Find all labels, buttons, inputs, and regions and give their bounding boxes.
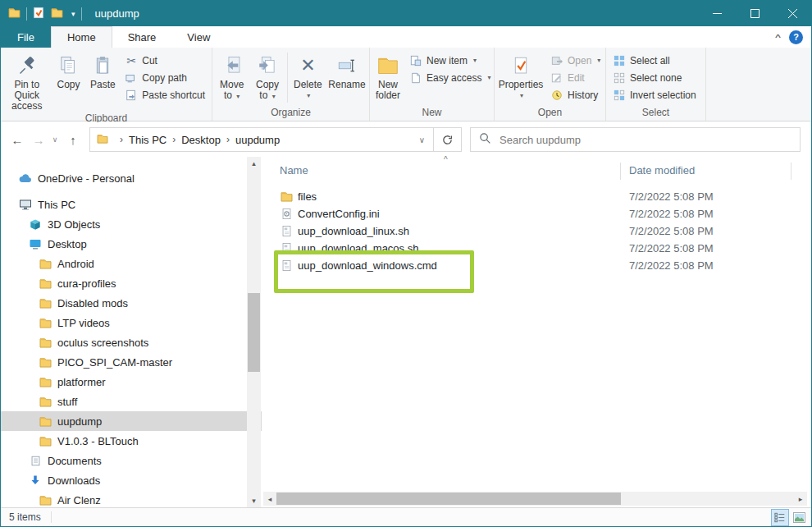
breadcrumb-item-uupdump[interactable]: uupdump — [235, 134, 280, 146]
tab-file[interactable]: File — [1, 26, 51, 48]
horizontal-scrollbar-thumb[interactable] — [276, 493, 621, 505]
ribbon-group-new: Newfolder New item ▾ Easy acces — [370, 48, 495, 121]
sidebar-item-this-pc[interactable]: This PC — [1, 195, 262, 214]
breadcrumb-item-desktop[interactable]: Desktop — [181, 134, 221, 146]
sidebar-item-ltp-videos[interactable]: LTP videos — [1, 313, 262, 332]
copy-button[interactable]: Copy — [52, 49, 86, 112]
search-box[interactable] — [470, 127, 801, 152]
sidebar-item-oculus-screenshots[interactable]: oculus screenshots — [1, 332, 262, 352]
folder-icon — [280, 190, 293, 204]
sidebar-item-documents[interactable]: Documents — [1, 451, 262, 470]
file-row-files[interactable]: files 7/2/2022 5:08 PM — [262, 188, 811, 205]
copy-path-button[interactable]: Copy path — [120, 69, 210, 86]
folder-icon — [39, 277, 52, 290]
horizontal-scrollbar[interactable]: ◂ ▸ — [263, 492, 807, 506]
column-header-name[interactable]: Name — [280, 164, 308, 176]
column-header-date-modified[interactable]: Date modified — [629, 164, 695, 176]
file-row-linux-sh[interactable]: uup_download_linux.sh 7/2/2022 5:08 PM — [262, 222, 811, 240]
dropdown-caret: ▾ — [473, 57, 477, 64]
paste-button[interactable]: Paste — [85, 49, 120, 112]
sidebar-scrollbar[interactable]: ▴ ▾ — [247, 157, 261, 507]
up-arrow-icon[interactable]: ↑ — [62, 133, 84, 147]
easy-access-button[interactable]: Easy access ▾ — [404, 69, 495, 86]
select-all-button[interactable]: Select all — [608, 52, 701, 69]
sidebar-item-stuff[interactable]: stuff — [1, 392, 262, 411]
invert-selection-button[interactable]: Invert selection — [608, 86, 701, 103]
help-icon[interactable]: ? — [789, 30, 803, 44]
pin-to-quick-access-button[interactable]: Pin to Quick access — [2, 49, 52, 112]
tab-share[interactable]: Share — [112, 26, 172, 48]
document-icon — [29, 454, 42, 467]
sidebar-item-bltouch[interactable]: V1.0.3 - BLTouch — [1, 431, 262, 451]
sidebar-item-onedrive[interactable]: OneDrive - Personal — [1, 168, 262, 188]
group-divider — [287, 53, 288, 103]
cut-button[interactable]: ✂ Cut — [120, 52, 210, 69]
maximize-icon[interactable] — [736, 1, 773, 26]
sidebar-scrollbar-thumb[interactable] — [248, 293, 260, 372]
file-row-convertconfig[interactable]: ConvertConfig.ini 7/2/2022 5:08 PM — [262, 205, 811, 222]
address-dropdown-caret[interactable]: ∨ — [411, 135, 433, 144]
tab-view[interactable]: View — [171, 26, 226, 48]
sidebar-item-disabled-mods[interactable]: Disabled mods — [1, 293, 262, 313]
delete-button[interactable]: ✕ Delete ▾ — [290, 49, 326, 106]
select-none-icon — [613, 71, 626, 85]
forward-arrow-icon[interactable]: → — [29, 133, 48, 147]
new-folder-button[interactable]: Newfolder — [372, 49, 404, 106]
folder-icon — [39, 296, 52, 309]
delete-icon: ✕ — [300, 52, 315, 80]
sidebar-item-uupdump[interactable]: uupdump — [1, 411, 262, 431]
paste-shortcut-button[interactable]: Paste shortcut — [120, 86, 210, 103]
sidebar-item-android[interactable]: Android — [1, 254, 262, 273]
ribbon-group-organize: Move to ▾ Copy to ▾ ✕ Delete ▾ — [212, 48, 370, 121]
clipboard-small-buttons: ✂ Cut Copy path Paste shortcut — [120, 49, 210, 112]
collapse-ribbon-icon[interactable]: ^ — [775, 32, 781, 41]
recent-locations-caret[interactable]: ∨ — [48, 135, 62, 144]
new-folder-qat-icon[interactable] — [51, 7, 63, 21]
thumbnails-view-icon[interactable] — [790, 509, 808, 526]
scroll-right-icon[interactable]: ▸ — [794, 492, 807, 506]
breadcrumb[interactable]: › This PC › Desktop › uupdump ∨ — [89, 127, 434, 152]
history-icon — [550, 89, 563, 102]
scroll-up-icon[interactable]: ▴ — [252, 157, 256, 170]
easy-access-icon — [409, 71, 422, 85]
properties-button[interactable]: Properties ▾ — [496, 49, 545, 106]
properties-check-icon[interactable] — [33, 7, 44, 21]
dropdown-caret: ▾ — [597, 57, 600, 64]
tab-home[interactable]: Home — [51, 26, 112, 48]
edit-button[interactable]: Edit — [545, 69, 605, 86]
move-to-button[interactable]: Move to ▾ — [214, 49, 249, 106]
sidebar-item-desktop[interactable]: Desktop — [1, 234, 262, 254]
qat-dropdown-caret[interactable]: ▾ — [71, 10, 75, 18]
history-button[interactable]: History — [545, 86, 605, 103]
breadcrumb-item-this-pc[interactable]: This PC — [129, 134, 167, 146]
open-button[interactable]: Open ▾ — [545, 52, 605, 69]
copy-icon — [57, 52, 79, 80]
paste-shortcut-icon — [125, 89, 138, 102]
explorer-window: ▾ uupdump File Home Share View ^ ? — [0, 0, 812, 527]
scroll-left-icon[interactable]: ◂ — [263, 492, 276, 506]
sidebar-item-downloads[interactable]: Downloads — [1, 470, 262, 490]
copy-to-button[interactable]: Copy to ▾ — [249, 49, 285, 106]
script-file-icon — [280, 225, 293, 238]
sidebar-item-cura-profiles[interactable]: cura-profiles — [1, 273, 262, 293]
sidebar-item-3d-objects[interactable]: 3D Objects — [1, 214, 262, 234]
select-none-button[interactable]: Select none — [608, 69, 701, 86]
search-input[interactable] — [498, 133, 800, 147]
new-item-button[interactable]: New item ▾ — [404, 52, 495, 69]
details-view-icon[interactable] — [771, 509, 789, 526]
column-divider[interactable] — [791, 163, 791, 180]
sidebar-item-platformer[interactable]: platformer — [1, 372, 262, 392]
close-icon[interactable] — [773, 1, 811, 26]
address-row: ← → ∨ ↑ › This PC › Desktop › uupdump ∨ — [1, 122, 811, 157]
dropdown-caret: ▾ — [487, 74, 490, 81]
scroll-down-icon[interactable]: ▾ — [252, 494, 256, 507]
sidebar-item-air-clenz[interactable]: Air Clenz — [1, 490, 262, 507]
column-divider[interactable] — [620, 163, 621, 180]
minimize-icon[interactable] — [698, 1, 736, 26]
rename-button[interactable]: Rename — [326, 49, 367, 106]
move-to-icon — [221, 52, 243, 80]
sidebar-item-pico-spi-cam[interactable]: PICO_SPI_CAM-master — [1, 352, 262, 372]
ribbon-group-clipboard: Pin to Quick access Copy Paste ✂ — [1, 48, 212, 121]
back-arrow-icon[interactable]: ← — [6, 133, 29, 147]
refresh-icon[interactable] — [434, 127, 462, 152]
